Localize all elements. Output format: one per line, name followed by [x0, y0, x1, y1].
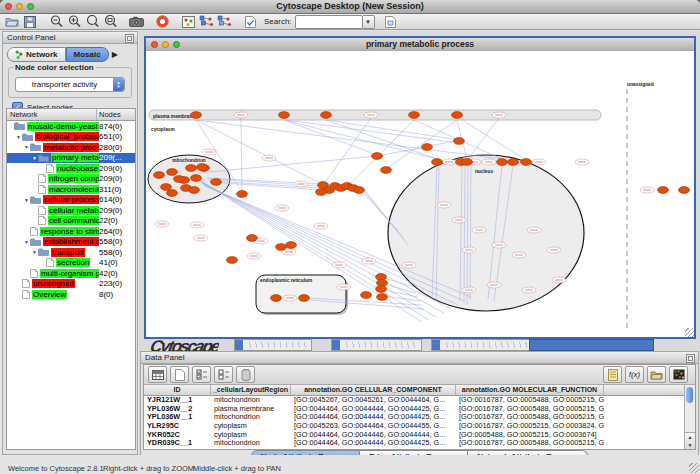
- network-node[interactable]: [658, 187, 669, 194]
- network-node[interactable]: [422, 144, 433, 151]
- background-window-fragment[interactable]: [234, 339, 312, 351]
- tree-row-label[interactable]: macromolecule: [48, 185, 99, 194]
- expand-arrow-icon[interactable]: ▼: [31, 155, 38, 161]
- network-node[interactable]: [354, 187, 365, 194]
- document-import-icon[interactable]: [383, 15, 399, 29]
- network-node[interactable]: [227, 257, 238, 264]
- scrollbar-arrows[interactable]: ▲▼: [685, 432, 695, 449]
- network-node-label[interactable]: [462, 247, 476, 253]
- tree-row[interactable]: ▼metabolic process280(0): [7, 142, 135, 153]
- tree-row[interactable]: ▼cellular process614(0): [7, 195, 135, 206]
- tree-row[interactable]: secretion41(0): [7, 258, 135, 269]
- tree-row[interactable]: nucleobase-209(0): [7, 163, 135, 174]
- tree-row[interactable]: multi-organism pro42(0): [7, 268, 135, 279]
- network-edge[interactable]: [468, 118, 499, 159]
- network-node-label[interactable]: [337, 284, 351, 290]
- unselect-attributes-icon[interactable]: [214, 366, 233, 383]
- network-node-label[interactable]: [575, 159, 589, 165]
- import-network-icon[interactable]: [198, 15, 214, 29]
- tree-row-label[interactable]: primary metabo: [51, 153, 99, 162]
- expand-arrow-icon[interactable]: ▼: [15, 134, 22, 140]
- network-node[interactable]: [276, 244, 287, 251]
- table-row[interactable]: YKR052Ccytoplasm[GO:0044464, GO:0044446,…: [144, 431, 685, 440]
- tree-row-label[interactable]: cellular process: [43, 195, 99, 204]
- table-row[interactable]: YPL036W__2plasma membrane[GO:0044464, GO…: [144, 405, 685, 414]
- network-node[interactable]: [462, 159, 473, 166]
- network-node[interactable]: [316, 189, 327, 196]
- network-node-label[interactable]: [487, 282, 501, 288]
- tree-row-label[interactable]: cellular metabo: [48, 206, 99, 215]
- network-node[interactable]: [237, 191, 248, 198]
- expand-arrow-icon[interactable]: ▼: [23, 197, 30, 203]
- tab-mosaic[interactable]: Mosaic: [66, 47, 109, 62]
- network-node[interactable]: [191, 112, 202, 119]
- tree-row-label[interactable]: secretion: [56, 258, 90, 267]
- tree-row[interactable]: ▼primary metabo209(...: [7, 153, 135, 164]
- tree-row-label[interactable]: mosaic-demo-yeast: [27, 122, 99, 131]
- zoom-out-icon[interactable]: [48, 15, 64, 29]
- network-node-label[interactable]: [522, 287, 536, 293]
- tree-row-label[interactable]: cell communicat: [48, 216, 99, 225]
- tab-overflow-arrow[interactable]: ▶: [112, 50, 118, 59]
- network-node-label[interactable]: [552, 277, 566, 283]
- tree-row[interactable]: ▼establishment of lo558(0): [7, 237, 135, 248]
- network-node-label[interactable]: [362, 258, 376, 264]
- network-node-label[interactable]: [332, 262, 346, 268]
- tree-row[interactable]: ▼biological_process651(0): [7, 132, 135, 143]
- tree-row[interactable]: nitrogen compo209(0): [7, 174, 135, 185]
- network-node[interactable]: [409, 112, 420, 119]
- zoom-selected-icon[interactable]: [102, 15, 118, 29]
- network-node[interactable]: [279, 112, 290, 119]
- zoom-in-icon[interactable]: [66, 15, 82, 29]
- background-window-fragment[interactable]: [431, 339, 532, 351]
- nucleus-region[interactable]: [388, 155, 584, 311]
- tree-column-nodes[interactable]: Nodes: [97, 109, 135, 120]
- annotation-icon[interactable]: [180, 15, 196, 29]
- network-node[interactable]: [372, 153, 383, 160]
- network-node[interactable]: [361, 292, 372, 299]
- network-node[interactable]: [321, 112, 332, 119]
- network-node-label[interactable]: [492, 242, 506, 248]
- network-node[interactable]: [286, 242, 297, 249]
- table-row[interactable]: YLR295Ccytoplasm[GO:0045263, GO:0044464,…: [144, 422, 685, 431]
- network-edge[interactable]: [326, 120, 459, 140]
- network-node-label[interactable]: [452, 217, 466, 223]
- network-node-label[interactable]: [155, 221, 169, 227]
- network-node[interactable]: [377, 294, 388, 301]
- network-node[interactable]: [497, 159, 508, 166]
- table-row[interactable]: YJR121W__1mitochondrion[GO:0045267, GO:0…: [144, 396, 685, 405]
- network-node-label[interactable]: [527, 227, 541, 233]
- network-node[interactable]: [508, 159, 519, 166]
- network-node-label[interactable]: [283, 295, 297, 301]
- network-node[interactable]: [521, 159, 532, 166]
- app-titlebar[interactable]: Cytoscape Desktop (New Session): [0, 0, 700, 14]
- search-dropdown-arrow[interactable]: ▼: [363, 15, 375, 29]
- network-node-label[interactable]: [314, 223, 328, 229]
- app-resize-grip[interactable]: [689, 463, 699, 473]
- table-row[interactable]: YPL036W__1mitochondrion[GO:0044464, GO:0…: [144, 413, 685, 422]
- network-canvas[interactable]: plasma membranecytoplasmmitochondrionnuc…: [146, 51, 694, 337]
- network-node[interactable]: [189, 187, 200, 194]
- network-node[interactable]: [376, 286, 387, 293]
- background-window-fragment[interactable]: [529, 339, 654, 351]
- network-node[interactable]: [174, 176, 185, 183]
- background-window-fragment[interactable]: [331, 339, 422, 351]
- network-node[interactable]: [167, 190, 178, 197]
- network-edge[interactable]: [459, 118, 526, 160]
- network-node[interactable]: [154, 172, 165, 179]
- table-column-header[interactable]: annotation.GO MOLECULAR_FUNCTION: [456, 385, 604, 395]
- network-node-label[interactable]: [294, 181, 308, 187]
- expand-arrow-icon[interactable]: ▼: [23, 144, 30, 150]
- import-vizmap-icon[interactable]: [216, 15, 232, 29]
- expand-arrow-icon[interactable]: ▼: [31, 249, 38, 255]
- import-attributes-folder-icon[interactable]: [647, 366, 666, 383]
- network-node-label[interactable]: [547, 247, 561, 253]
- network-edge[interactable]: [384, 296, 420, 301]
- select-attributes-icon[interactable]: [192, 366, 211, 383]
- table-row[interactable]: YDR039C__1mitochondrion[GO:0044464, GO:0…: [144, 439, 685, 448]
- network-node[interactable]: [161, 184, 172, 191]
- network-node-label[interactable]: [275, 205, 289, 211]
- tree-row[interactable]: ▼transport558(0): [7, 247, 135, 258]
- network-node-label[interactable]: [472, 227, 486, 233]
- snapshot-camera-icon[interactable]: [128, 15, 144, 29]
